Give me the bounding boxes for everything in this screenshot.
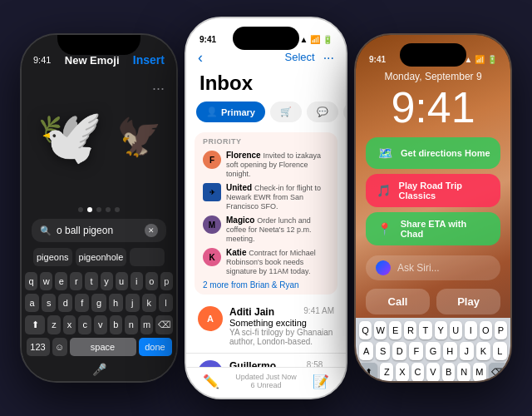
pred-item-2[interactable]: pigeonhole [76,248,127,266]
email-list: A Aditi Jain 9:41 AM Something exciting … [186,300,346,367]
email-item-aditi[interactable]: A Aditi Jain 9:41 AM Something exciting … [186,300,346,354]
key-emoji[interactable]: ☺ [52,338,67,356]
key-z[interactable]: z [47,315,61,334]
eta-icon: 📍 [376,220,394,238]
lkey-q[interactable]: Q [359,321,372,339]
lkey-v[interactable]: V [426,363,440,382]
key-i[interactable]: i [131,272,143,290]
email-from-aditi: Aditi Jain [229,306,274,318]
emoji-dove[interactable]: 🕊️ [37,106,103,168]
new-email-icon[interactable]: 📝 [313,374,329,389]
email-details-guillermo: Guillermo Castillo 8:58 AM Check-in Next… [229,360,334,367]
tab-promotions[interactable]: 📢 [343,102,347,122]
lkey-u[interactable]: U [450,321,462,339]
la-directions[interactable]: 🗺️ Get directions Home [366,137,500,169]
mic-icon[interactable]: 🎤 [92,363,106,376]
more-link[interactable]: 2 more from Brian & Ryan [203,280,329,290]
key-e[interactable]: e [55,272,67,290]
priority-item-magico[interactable]: M Magico Order lunch and coffee for Neet… [203,215,329,243]
key-q[interactable]: q [25,272,37,290]
clear-search-button[interactable]: ✕ [145,224,158,237]
siri-bar[interactable]: Ask Siri... [366,255,500,280]
select-button[interactable]: Select [285,51,315,66]
key-f[interactable]: f [75,294,89,312]
key-space[interactable]: space [70,338,136,356]
key-d[interactable]: d [58,294,72,312]
key-n[interactable]: n [125,315,138,334]
key-p[interactable]: p [160,272,173,290]
priority-item-katie[interactable]: K Katie Contract for Michael Robinson's … [203,248,329,275]
key-w[interactable]: w [40,272,52,290]
more-dots-icon[interactable]: ··· [152,80,165,97]
lkey-y[interactable]: Y [435,321,447,339]
la-music[interactable]: 🎵 Play Road Trip Classics [366,174,500,207]
lkey-o[interactable]: O [480,321,492,339]
lkey-x[interactable]: X [396,363,409,382]
priority-item-united[interactable]: ✈ United Check-in for flight to Newark E… [203,183,329,210]
email-time-aditi: 9:41 AM [303,306,334,318]
tab-shopping[interactable]: 🛒 [270,102,302,122]
key-shift[interactable]: ⬆ [25,315,45,334]
lkey-shift[interactable]: ⬆ [359,363,378,382]
priority-item-florence[interactable]: F Florence Invited to izakaya soft openi… [203,151,329,178]
email-preview-aditi: YA sci-fi trilogy by Ghanaian author, Lo… [229,328,334,346]
lkey-d[interactable]: D [392,342,406,360]
key-s[interactable]: s [42,294,56,312]
lkey-j[interactable]: J [460,342,474,360]
lkey-i[interactable]: I [465,321,477,339]
pred-item-3[interactable] [130,248,165,266]
key-delete[interactable]: ⌫ [155,315,173,334]
lkey-k[interactable]: K [476,342,490,360]
key-o[interactable]: o [145,272,158,290]
lkey-r[interactable]: R [404,321,416,339]
emoji-eagle[interactable]: 🦅 [116,116,162,159]
lkey-l[interactable]: L [493,342,507,360]
lkey-del[interactable]: ⌫ [489,363,508,382]
key-l[interactable]: l [159,294,173,312]
tab-social[interactable]: 💬 [307,102,338,122]
emoji-search-bar[interactable]: 🔍 ✕ [32,219,166,242]
key-u[interactable]: u [116,272,128,290]
key-done[interactable]: done [139,338,172,356]
lkey-z[interactable]: Z [380,363,393,382]
key-x[interactable]: x [63,315,76,334]
lkey-t[interactable]: T [419,321,431,339]
lkey-b[interactable]: B [442,363,456,382]
key-v[interactable]: v [94,315,107,334]
key-123[interactable]: 123 [27,338,50,356]
key-m[interactable]: m [140,315,154,334]
call-button[interactable]: Call [366,289,430,314]
la-eta[interactable]: 📍 Share ETA with Chad [366,212,500,245]
phone-lockscreen: 9:41 ▲ 📶 🔋 Monday, September 9 9:41 🗺️ G… [354,33,512,383]
lkey-f[interactable]: F [409,342,423,360]
tab-primary[interactable]: 👤 Primary [196,102,265,122]
lkey-w[interactable]: W [374,321,387,339]
key-k[interactable]: k [142,294,156,312]
key-h[interactable]: h [109,294,123,312]
lkey-h[interactable]: H [443,342,457,360]
key-g[interactable]: g [91,294,106,312]
key-r[interactable]: r [70,272,82,290]
key-b[interactable]: b [110,315,123,334]
key-y[interactable]: y [101,272,113,290]
lkey-a[interactable]: A [359,342,373,360]
avatar-united: ✈ [203,183,221,201]
lkey-p[interactable]: P [495,321,507,339]
pred-item-1[interactable]: pigeons [33,248,72,266]
key-t[interactable]: t [85,272,97,290]
lkey-m[interactable]: M [473,363,486,382]
more-options-button[interactable]: ··· [323,51,334,66]
back-button[interactable]: ‹ [198,49,203,67]
emoji-search-input[interactable] [57,225,140,236]
key-c[interactable]: c [78,315,91,334]
lkey-g[interactable]: G [426,342,440,360]
lkey-c[interactable]: C [411,363,425,382]
play-button[interactable]: Play [436,289,500,314]
compose-icon[interactable]: ✏️ [203,374,219,389]
lkey-e[interactable]: E [389,321,401,339]
key-a[interactable]: a [25,294,39,312]
lkey-n[interactable]: N [457,363,470,382]
email-item-guillermo[interactable]: G Guillermo Castillo 8:58 AM Check-in Ne… [186,354,346,367]
lkey-s[interactable]: S [376,342,390,360]
key-j[interactable]: j [126,294,140,312]
